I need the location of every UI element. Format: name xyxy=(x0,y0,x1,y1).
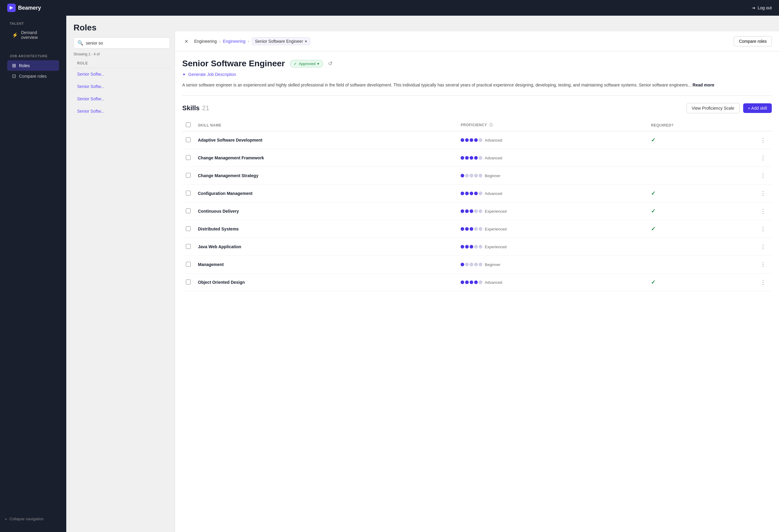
add-skill-button[interactable]: + Add skill xyxy=(743,103,772,113)
dot-filled xyxy=(461,245,464,248)
skill-name-cell: Management xyxy=(194,256,457,274)
logout-icon: ⇥ xyxy=(752,5,755,10)
sidebar-item-compare-roles[interactable]: ⊡ Compare roles xyxy=(7,71,59,81)
more-options-button[interactable]: ⋮ xyxy=(758,206,768,216)
app-name: Beamery xyxy=(18,5,41,11)
required-cell xyxy=(647,149,754,167)
sidebar-item-roles[interactable]: ⊞ Roles xyxy=(7,60,59,71)
search-input[interactable] xyxy=(86,41,166,46)
required-cell: ✓ xyxy=(647,220,754,238)
dot-filled xyxy=(461,174,464,177)
close-button[interactable]: × xyxy=(182,37,191,46)
breadcrumb-current[interactable]: Senior Software Engineer ▾ xyxy=(252,37,311,45)
skill-name-text: Configuration Management xyxy=(198,191,252,196)
info-icon[interactable]: ⓘ xyxy=(489,123,493,127)
proficiency-dots xyxy=(461,156,482,160)
skills-table: Skill name Proficiency ⓘ Required? Adapt… xyxy=(182,119,772,291)
more-options-button[interactable]: ⋮ xyxy=(758,171,768,180)
dot-empty xyxy=(474,227,478,231)
skill-name-text: Distributed Systems xyxy=(198,227,239,231)
history-icon[interactable]: ↺ xyxy=(328,60,333,67)
skills-tbody: Adaptive Software DevelopmentAdvanced✓⋮C… xyxy=(182,131,772,291)
view-proficiency-button[interactable]: View Proficiency Scale xyxy=(686,103,739,113)
skill-name-cell: Continuous Delivery xyxy=(194,202,457,220)
proficiency-cell: Advanced xyxy=(457,149,647,167)
skill-name-cell: Java Web Application xyxy=(194,238,457,256)
dot-empty xyxy=(465,174,469,177)
row-checkbox-cell xyxy=(182,149,194,167)
content-area: Roles 🔍 Showing 1 - 4 of Role Senior Sof… xyxy=(66,16,779,532)
dot-filled xyxy=(470,192,473,195)
row-checkbox-cell xyxy=(182,185,194,202)
compare-icon: ⊡ xyxy=(12,73,16,79)
dot-empty xyxy=(474,245,478,248)
proficiency-label: Proficiency xyxy=(461,123,487,127)
row-checkbox[interactable] xyxy=(186,226,191,231)
dot-filled xyxy=(461,227,464,231)
row-checkbox[interactable] xyxy=(186,137,191,142)
status-badge: ✓ Approved ▾ xyxy=(290,60,323,67)
dot-empty xyxy=(474,263,478,266)
actions-cell: ⋮ xyxy=(754,149,772,167)
detail-overlay: × Engineering › Engineering › Senior Sof… xyxy=(175,31,779,532)
demand-overview-label: Demand overview xyxy=(21,30,54,40)
more-options-button[interactable]: ⋮ xyxy=(758,260,768,269)
proficiency-dots xyxy=(461,210,482,213)
status-dropdown-icon[interactable]: ▾ xyxy=(317,61,319,66)
row-checkbox[interactable] xyxy=(186,244,191,249)
more-options-button[interactable]: ⋮ xyxy=(758,242,768,251)
more-options-button[interactable]: ⋮ xyxy=(758,189,768,198)
skills-actions: View Proficiency Scale + Add skill xyxy=(686,103,772,113)
dot-filled xyxy=(465,156,469,160)
role-list-item[interactable]: Senior Softw... xyxy=(73,93,170,105)
table-row: ManagementBeginner⋮ xyxy=(182,256,772,274)
actions-cell: ⋮ xyxy=(754,274,772,291)
skills-title-group: Skills 21 xyxy=(182,104,209,112)
more-options-button[interactable]: ⋮ xyxy=(758,135,768,144)
role-list-item[interactable]: Senior Softw... xyxy=(73,68,170,80)
more-options-button[interactable]: ⋮ xyxy=(758,278,768,287)
proficiency-cell: Experienced xyxy=(457,238,647,256)
dot-filled xyxy=(470,156,473,160)
breadcrumb-part2[interactable]: Engineering xyxy=(223,39,245,44)
role-title-row: Senior Software Engineer ✓ Approved ▾ ↺ xyxy=(182,59,772,68)
status-label: Approved xyxy=(299,61,316,66)
dot-filled xyxy=(465,192,469,195)
row-checkbox[interactable] xyxy=(186,155,191,160)
dot-filled xyxy=(461,156,464,160)
breadcrumb-part1[interactable]: Engineering xyxy=(194,39,217,44)
proficiency-level: Experienced xyxy=(485,245,506,249)
more-options-button[interactable]: ⋮ xyxy=(758,224,768,233)
generate-job-desc[interactable]: ✦ Generate Job Description xyxy=(182,72,772,77)
role-list-item[interactable]: Senior Softw... xyxy=(73,105,170,117)
row-checkbox[interactable] xyxy=(186,280,191,284)
role-column-header: Role xyxy=(73,59,170,68)
read-more[interactable]: Read more xyxy=(693,82,714,87)
proficiency-cell: Advanced xyxy=(457,274,647,291)
row-checkbox[interactable] xyxy=(186,209,191,213)
skill-name-header: Skill name xyxy=(194,119,457,131)
collapse-navigation[interactable]: « Collapse navigation xyxy=(5,517,61,521)
row-checkbox[interactable] xyxy=(186,191,191,195)
row-checkbox[interactable] xyxy=(186,173,191,178)
skill-name-cell: Change Management Framework xyxy=(194,149,457,167)
dot-empty xyxy=(470,263,473,266)
app-logo: Beamery xyxy=(7,4,41,12)
detail-header: × Engineering › Engineering › Senior Sof… xyxy=(175,31,779,52)
row-checkbox[interactable] xyxy=(186,262,191,267)
logout-button[interactable]: ⇥ Log out xyxy=(752,5,772,10)
dot-filled xyxy=(474,156,478,160)
row-checkbox-cell xyxy=(182,220,194,238)
dot-filled xyxy=(465,281,469,284)
table-row: Object Oriented DesignAdvanced✓⋮ xyxy=(182,274,772,291)
select-all-checkbox[interactable] xyxy=(186,122,191,127)
role-description: A senior software engineer is an experie… xyxy=(182,82,772,96)
compare-roles-button[interactable]: Compare roles xyxy=(734,36,772,46)
more-options-button[interactable]: ⋮ xyxy=(758,153,768,162)
dot-filled xyxy=(465,210,469,213)
dot-empty xyxy=(474,174,478,177)
role-list-item[interactable]: Senior Softw... xyxy=(73,80,170,93)
sidebar-item-demand-overview[interactable]: ⚡ Demand overview xyxy=(7,28,59,42)
sparkle-icon: ✦ xyxy=(182,72,186,77)
logout-label: Log out xyxy=(758,5,772,10)
